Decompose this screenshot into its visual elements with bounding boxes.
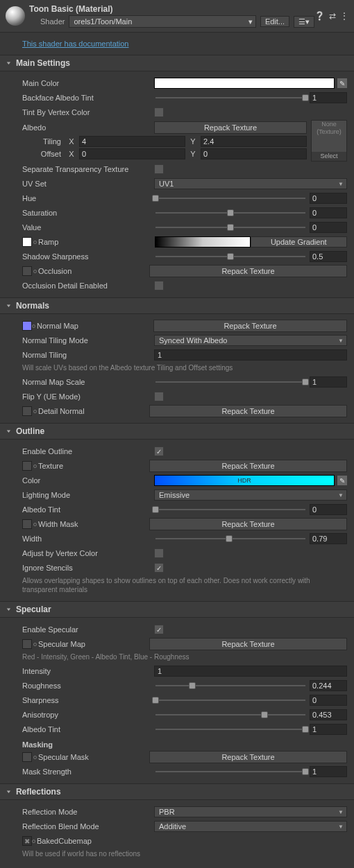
normal-tiling-value[interactable]: [154, 349, 347, 361]
spec-mask-link-icon[interactable]: [33, 756, 37, 759]
main-color-swatch[interactable]: [154, 78, 335, 89]
ramp-gradient[interactable]: [155, 236, 251, 248]
section-normals[interactable]: Normals: [0, 297, 354, 314]
normal-scale-value[interactable]: [310, 376, 347, 388]
tiling-x[interactable]: [79, 136, 185, 147]
ramp-link-icon[interactable]: [33, 241, 37, 244]
value-value[interactable]: [310, 222, 347, 233]
adjust-vc-checkbox[interactable]: [154, 548, 164, 558]
sat-slider[interactable]: [154, 207, 307, 218]
roughness-label: Roughness: [22, 682, 154, 690]
sharpness-value[interactable]: [310, 695, 347, 706]
material-preview-sphere-icon[interactable]: [6, 6, 25, 26]
normal-scale-slider[interactable]: [154, 376, 307, 388]
roughness-value[interactable]: [310, 680, 347, 691]
help-icon[interactable]: ❔: [314, 11, 325, 21]
offset-y[interactable]: [201, 148, 307, 159]
backface-tint-value[interactable]: [310, 92, 347, 103]
spec-mask-repack-button[interactable]: Repack Texture: [149, 751, 347, 763]
outline-albedo-tint-value[interactable]: [310, 504, 347, 515]
outline-width-slider[interactable]: [154, 533, 307, 544]
occlusion-repack-button[interactable]: Repack Texture: [149, 265, 347, 277]
anisotropy-slider[interactable]: [154, 709, 307, 720]
normals-body: Normal Map Repack Texture Normal Tiling …: [0, 314, 354, 423]
reflection-blend-dropdown[interactable]: Additive: [154, 821, 347, 832]
enable-specular-checkbox[interactable]: [154, 625, 164, 634]
spec-map-repack-button[interactable]: Repack Texture: [149, 638, 347, 650]
spec-map-link-icon[interactable]: [33, 643, 37, 646]
mask-strength-slider[interactable]: [154, 766, 307, 777]
context-menu-icon[interactable]: ⋮: [340, 11, 348, 21]
spec-map-slot[interactable]: [22, 639, 32, 649]
ramp-swatch[interactable]: [22, 237, 32, 247]
cubemap-link-icon[interactable]: [32, 840, 35, 843]
detail-normal-link-icon[interactable]: [33, 410, 37, 413]
lighting-mode-dropdown[interactable]: Emissive: [154, 489, 347, 501]
flipy-checkbox[interactable]: [154, 392, 164, 401]
shadow-sharp-value[interactable]: [310, 251, 347, 262]
occlusion-link-icon[interactable]: [33, 270, 37, 273]
spec-albedo-tint-value[interactable]: [310, 724, 347, 735]
width-mask-slot[interactable]: [22, 519, 32, 529]
normal-map-swatch[interactable]: [22, 321, 32, 331]
ignore-stencils-checkbox[interactable]: [154, 563, 164, 573]
color-picker-icon[interactable]: ✎: [337, 78, 347, 88]
tiling-y[interactable]: [201, 136, 307, 147]
hue-value[interactable]: [310, 193, 347, 204]
shader-dropdown[interactable]: orels1/Toon/Main: [69, 15, 255, 28]
albedo-repack-button[interactable]: Repack Texture: [154, 121, 307, 134]
outline-color-picker-icon[interactable]: ✎: [337, 476, 347, 485]
outline-color-swatch[interactable]: HDR: [154, 475, 335, 486]
intensity-value[interactable]: [154, 666, 347, 677]
sep-trans-checkbox[interactable]: [154, 164, 164, 174]
width-mask-link-icon[interactable]: [33, 523, 37, 526]
outline-tex-link-icon[interactable]: [33, 465, 37, 468]
outline-repack-button[interactable]: Repack Texture: [149, 460, 347, 472]
section-specular[interactable]: Specular: [0, 601, 354, 618]
outline-tex-slot[interactable]: [22, 461, 32, 471]
width-mask-repack-button[interactable]: Repack Texture: [149, 518, 347, 530]
roughness-slider[interactable]: [154, 680, 307, 691]
enable-outline-checkbox[interactable]: [154, 446, 164, 456]
material-inspector: Toon Basic (Material) Shader orels1/Toon…: [0, 0, 354, 865]
edit-button[interactable]: Edit...: [260, 16, 289, 27]
mask-strength-value[interactable]: [310, 766, 347, 777]
y-label: Y: [188, 137, 198, 146]
update-gradient-button[interactable]: Update Gradient: [251, 236, 348, 248]
albedo-texture-slot[interactable]: None (Texture) Select: [311, 120, 347, 162]
sat-value[interactable]: [310, 207, 347, 218]
reflection-mode-dropdown[interactable]: PBR: [154, 806, 347, 817]
ramp-label: Ramp: [38, 238, 155, 246]
texture-select-button[interactable]: Select: [312, 152, 346, 161]
spec-map-label: Specular Map: [38, 640, 149, 648]
detail-normal-repack-button[interactable]: Repack Texture: [149, 405, 347, 417]
detail-normal-slot[interactable]: [22, 406, 32, 416]
outline-albedo-tint-slider[interactable]: [154, 504, 307, 515]
backface-tint-slider[interactable]: [154, 92, 307, 103]
shadow-sharp-slider[interactable]: [154, 251, 307, 262]
offset-x[interactable]: [79, 148, 185, 159]
anisotropy-value[interactable]: [310, 709, 347, 720]
normal-tiling-mode-dropdown[interactable]: Synced With Albedo: [154, 335, 347, 346]
occlusion-tex-slot[interactable]: [22, 266, 32, 276]
spec-mask-slot[interactable]: [22, 752, 32, 762]
adjust-vc-label: Adjust by Vertex Color: [22, 549, 154, 557]
documentation-link[interactable]: This shader has documentation: [22, 40, 128, 48]
spec-albedo-tint-slider[interactable]: [154, 724, 307, 735]
normal-repack-button[interactable]: Repack Texture: [153, 320, 347, 332]
sharpness-slider[interactable]: [154, 695, 307, 706]
section-reflections[interactable]: Reflections: [0, 783, 354, 800]
cubemap-slot-icon[interactable]: ✖: [22, 836, 32, 846]
tint-vertex-checkbox[interactable]: [154, 107, 164, 117]
section-outline[interactable]: Outline: [0, 423, 354, 440]
value-slider[interactable]: [154, 222, 307, 233]
uvset-dropdown[interactable]: UV1: [154, 178, 347, 189]
menu-icon[interactable]: ☰▾: [294, 16, 314, 28]
presets-icon[interactable]: ⇄: [329, 11, 336, 21]
occ-detail-checkbox[interactable]: [154, 281, 164, 290]
normal-link-icon[interactable]: [32, 324, 35, 328]
section-main-settings[interactable]: Main Settings: [0, 55, 354, 71]
outline-width-value[interactable]: [310, 533, 347, 544]
spec-albedo-tint-label: Albedo Tint: [22, 725, 154, 734]
hue-slider[interactable]: [154, 193, 307, 204]
